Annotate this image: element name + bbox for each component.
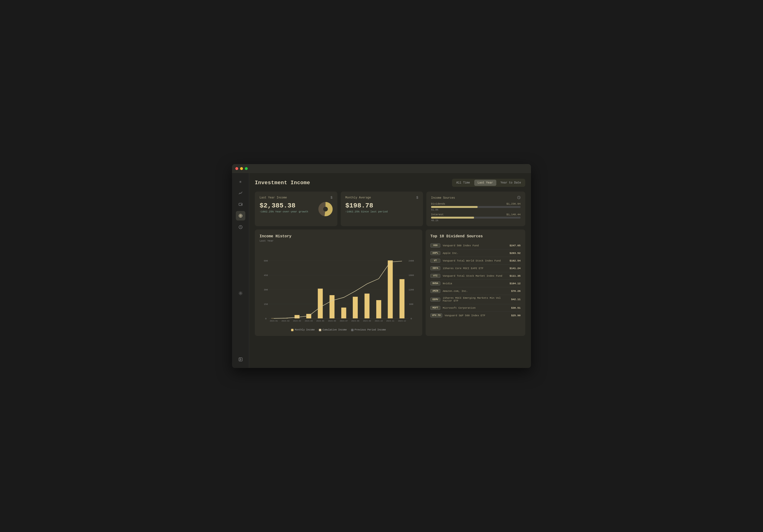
svg-text:2023-05: 2023-05 [316, 320, 324, 322]
income-card-inner: $2,385.38 ↑1662.25% Year-over-year growt… [260, 202, 333, 218]
bar-may [318, 289, 323, 318]
last-year-income-title: Last Year Income [260, 196, 287, 199]
fund-name-vfv: Vanguard S&P 500 Index ETF [445, 314, 486, 317]
sidebar-item-asterisk[interactable]: ✳ [236, 177, 245, 186]
close-button[interactable] [235, 167, 238, 170]
fund-name-nvda: Nvidia [443, 282, 452, 285]
ticker-voo: VOO [430, 243, 440, 247]
sidebar-item-chart[interactable] [236, 188, 245, 198]
ticker-eemv: EEMV [430, 298, 440, 302]
monthly-average-growth: ↑1662.25% Since last period [345, 210, 418, 213]
legend-dot-monthly [291, 329, 293, 331]
pie-chart-container [318, 202, 333, 218]
svg-text:150: 150 [264, 303, 268, 306]
bar-dec [399, 279, 404, 318]
svg-text:600: 600 [409, 303, 413, 306]
fund-name-vt: Vanguard Total World Stock Index Fund [443, 259, 500, 262]
legend-cumulative: Cumulative Income [319, 328, 347, 331]
svg-text:2023-07: 2023-07 [340, 320, 348, 322]
legend-dot-cumulative [319, 329, 321, 331]
legend-monthly: Monthly Income [291, 328, 315, 331]
maximize-button[interactable] [245, 167, 248, 170]
amount-nvda: $104.12 [510, 282, 520, 285]
app-body: ✳ [232, 173, 531, 368]
sidebar-item-exchange[interactable] [236, 211, 245, 221]
dividends-label: Dividends [431, 203, 445, 205]
sidebar-item-panel[interactable] [236, 355, 245, 364]
top-bar: Investment Income All Time Last Year Yea… [255, 179, 525, 187]
fund-name-vti: Vanguard Total Stock Market Index Fund [443, 275, 502, 277]
interest-pct: 48.1% [431, 219, 520, 222]
list-item: IEFA iShares Core MSCI EAFE ETF $141.24 [430, 265, 520, 272]
sidebar-item-wallet[interactable] [236, 200, 245, 209]
filter-all-time[interactable]: All Time [453, 180, 473, 186]
ticker-aapl: AAPL [430, 251, 440, 255]
svg-text:600: 600 [264, 260, 268, 262]
income-card-text: $2,385.38 ↑1662.25% Year-over-year growt… [260, 202, 308, 213]
card-header: Income Sources [431, 196, 520, 200]
income-history-card: Income History Last Year 0 150 300 450 6… [255, 229, 422, 336]
dividends-amount: $1,236.94 [506, 203, 520, 205]
svg-text:0: 0 [265, 317, 267, 320]
history-subtitle: Last Year [260, 239, 418, 242]
amount-vt: $162.54 [510, 259, 520, 262]
sidebar: ✳ [232, 173, 249, 368]
fund-name-aapl: Apple Inc. [443, 252, 458, 255]
income-sources-title: Income Sources [431, 196, 455, 200]
chart-svg: 0 150 300 450 600 0 600 1200 1800 2400 [260, 246, 418, 326]
chart-area: 0 150 300 450 600 0 600 1200 1800 2400 [260, 246, 418, 326]
amount-eemv: $42.11 [511, 298, 520, 301]
svg-point-7 [240, 293, 241, 294]
filter-year-to-date[interactable]: Year to Date [497, 180, 524, 186]
legend-cumulative-label: Cumulative Income [322, 328, 347, 331]
amount-amzn: $70.26 [511, 290, 520, 293]
bar-jun [330, 295, 335, 318]
svg-rect-8 [239, 358, 242, 361]
card-header: Monthly Average $ [345, 196, 418, 200]
svg-rect-1 [241, 204, 242, 205]
sidebar-item-settings[interactable] [236, 289, 245, 298]
svg-text:2023-03: 2023-03 [293, 320, 301, 322]
svg-text:0: 0 [411, 317, 412, 320]
summary-cards: Last Year Income $ $2,385.38 ↑1662.25% Y… [255, 192, 525, 226]
list-item: VOO Vanguard 500 Index Fund $247.65 [430, 242, 520, 249]
svg-text:2023-08: 2023-08 [351, 320, 359, 322]
dividend-card: Top 10 Dividend Sources VOO Vanguard 500… [426, 229, 525, 336]
amount-voo: $247.65 [510, 244, 520, 247]
history-title: Income History [260, 234, 418, 238]
filter-last-year[interactable]: Last Year [474, 180, 496, 186]
list-item: MSFT Microsoft Corporation $30.51 [430, 304, 520, 312]
ticker-nvda: NVDA [430, 281, 440, 286]
svg-text:2023-01: 2023-01 [270, 320, 278, 322]
sidebar-item-history[interactable] [236, 222, 245, 232]
legend-previous-label: Previous Period Income [355, 328, 386, 331]
monthly-average-card: Monthly Average $ $198.78 ↑1662.25% Sinc… [341, 192, 423, 226]
list-item: EEMV iShares MSCI Emerging Markets Min V… [430, 295, 520, 304]
minimize-button[interactable] [240, 167, 243, 170]
dividends-bar-track [431, 206, 520, 208]
interest-bar-track [431, 217, 520, 219]
interest-amount: $1,148.44 [506, 213, 520, 216]
card-header: Last Year Income $ [260, 196, 333, 200]
ticker-amzn: AMZN [430, 289, 440, 293]
bar-sep [365, 294, 370, 318]
page-title: Investment Income [255, 180, 310, 186]
bar-mar [294, 315, 299, 318]
dividend-title: Top 10 Dividend Sources [430, 234, 520, 238]
app-window: ✳ [232, 164, 531, 368]
dollar-icon-2: $ [416, 196, 418, 200]
main-content: Investment Income All Time Last Year Yea… [249, 173, 531, 368]
svg-text:2023-02: 2023-02 [281, 320, 289, 322]
fund-name-msft: Microsoft Corporation [443, 307, 476, 310]
svg-text:2023-09: 2023-09 [363, 320, 371, 322]
svg-text:1200: 1200 [408, 289, 414, 291]
ticker-iefa: IEFA [430, 266, 440, 270]
bar-nov [388, 260, 393, 318]
list-item: VFV.TO Vanguard S&P 500 Index ETF $25.90 [430, 312, 520, 319]
time-filter-group: All Time Last Year Year to Date [452, 179, 525, 187]
interest-bar-fill [431, 217, 474, 219]
amount-aapl: $203.52 [510, 252, 520, 255]
cumulative-line [274, 261, 402, 318]
last-year-income-card: Last Year Income $ $2,385.38 ↑1662.25% Y… [255, 192, 337, 226]
svg-text:2023-12: 2023-12 [398, 320, 406, 322]
